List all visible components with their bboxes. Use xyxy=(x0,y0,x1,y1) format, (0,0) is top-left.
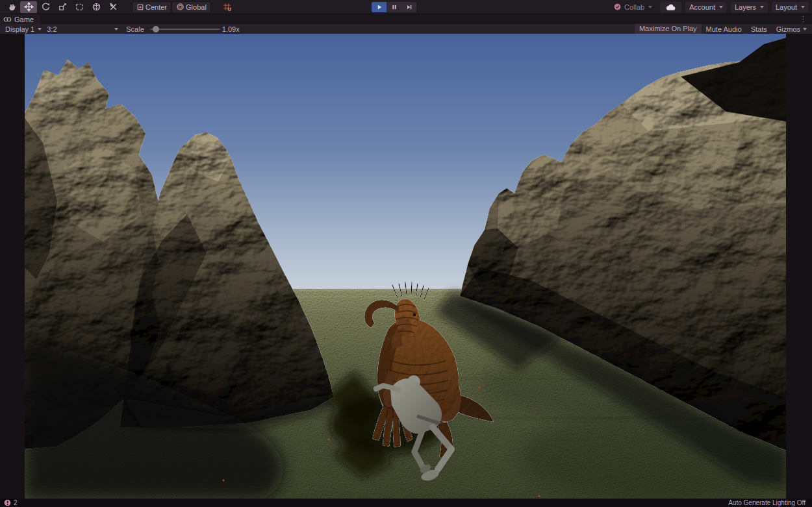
scale-tool-icon xyxy=(58,2,68,12)
display-dropdown[interactable]: Display 1 xyxy=(3,25,44,33)
grid-snap-icon xyxy=(222,2,232,12)
tab-bar: Game ⋮ xyxy=(0,14,812,24)
scale-slider[interactable] xyxy=(150,29,220,30)
pivot-global-button[interactable]: Global xyxy=(171,1,211,13)
step-icon xyxy=(405,3,413,11)
cloud-icon xyxy=(666,3,676,11)
stats-toggle[interactable]: Stats xyxy=(746,25,772,33)
custom-editor-tools-button[interactable] xyxy=(105,1,121,13)
kebab-menu-icon[interactable]: ⋮ xyxy=(794,14,812,24)
game-view-controlbar: Display 1 3:2 Scale 1.09x Maximize On Pl… xyxy=(0,24,812,34)
display-label: Display 1 xyxy=(5,25,34,33)
account-label: Account xyxy=(689,3,715,11)
scale-control: Scale 1.09x xyxy=(123,25,242,33)
aspect-dropdown[interactable]: 3:2 xyxy=(44,25,121,33)
layout-label: Layout xyxy=(776,3,797,11)
game-viewport xyxy=(0,34,812,499)
collab-arrow-icon xyxy=(648,6,652,8)
rotate-tool-icon xyxy=(41,2,51,12)
rotate-tool-button[interactable] xyxy=(37,1,54,13)
grid-snap-button[interactable] xyxy=(219,1,236,13)
hand-tool-icon xyxy=(7,2,17,12)
rect-tool-button[interactable] xyxy=(71,1,88,13)
collab-dropdown[interactable]: Collab xyxy=(609,2,656,12)
custom-editor-tools-icon xyxy=(108,2,118,12)
aspect-label: 3:2 xyxy=(47,25,57,33)
gizmos-arrow-icon xyxy=(803,28,807,31)
scale-tool-button[interactable] xyxy=(54,1,71,13)
warning-indicator[interactable]: 2 xyxy=(4,499,18,506)
maximize-on-play-toggle[interactable]: Maximize On Play xyxy=(635,24,702,34)
layout-arrow-icon xyxy=(801,6,805,8)
pivot-center-button[interactable]: Center xyxy=(132,1,171,13)
collab-label: Collab xyxy=(624,3,644,11)
status-message[interactable]: Auto Generate Lighting Off xyxy=(728,499,808,506)
play-icon xyxy=(375,3,383,11)
gizmos-dropdown[interactable]: Gizmos xyxy=(772,25,802,33)
layers-arrow-icon xyxy=(760,6,764,8)
step-button[interactable] xyxy=(401,2,416,12)
display-arrow-icon xyxy=(38,28,42,31)
layout-dropdown[interactable]: Layout xyxy=(772,2,809,12)
transform-tool-icon xyxy=(92,2,101,12)
cloud-button[interactable] xyxy=(660,2,681,12)
aspect-arrow-icon xyxy=(114,28,118,31)
pivot-center-icon xyxy=(136,3,144,11)
pause-button[interactable] xyxy=(387,2,401,12)
game-scene xyxy=(25,34,786,499)
rect-tool-icon xyxy=(75,2,84,12)
pivot-global-icon xyxy=(176,3,184,11)
warning-count: 2 xyxy=(14,499,18,506)
scale-label: Scale xyxy=(126,25,144,33)
pivot-global-label: Global xyxy=(186,3,207,11)
account-dropdown[interactable]: Account xyxy=(685,2,727,12)
warning-icon xyxy=(4,499,11,506)
transform-tool-button[interactable] xyxy=(88,1,105,13)
pivot-center-label: Center xyxy=(146,3,167,11)
layers-dropdown[interactable]: Layers xyxy=(731,2,768,12)
move-tool-button[interactable] xyxy=(20,1,37,13)
collab-icon xyxy=(613,3,622,11)
status-bar: 2 Auto Generate Lighting Off xyxy=(0,499,812,507)
scale-slider-knob[interactable] xyxy=(153,26,159,32)
mute-audio-toggle[interactable]: Mute Audio xyxy=(702,25,746,33)
pause-icon xyxy=(390,3,398,11)
game-view-icon xyxy=(3,16,12,23)
move-tool-icon xyxy=(24,2,34,12)
tab-game[interactable]: Game xyxy=(0,14,40,24)
scale-value: 1.09x xyxy=(222,25,240,33)
layers-label: Layers xyxy=(735,3,756,11)
hand-tool-button[interactable] xyxy=(3,1,20,13)
main-toolbar: Center Global Collab Account xyxy=(0,0,812,14)
account-arrow-icon xyxy=(719,6,723,8)
play-button[interactable] xyxy=(372,2,387,12)
game-tab-label: Game xyxy=(14,16,34,23)
